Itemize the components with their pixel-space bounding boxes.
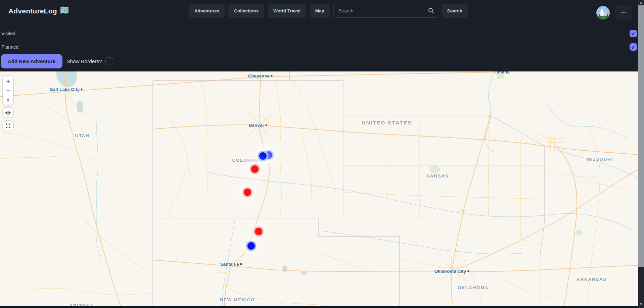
visited-label: Visited — [1, 31, 15, 36]
map-marker-blue[interactable] — [259, 152, 267, 160]
top-navbar: AdventureLog Adventures Collections Worl… — [0, 0, 644, 21]
map-marker-red[interactable] — [251, 165, 259, 173]
filter-row-planned: Planned ✓ — [0, 40, 644, 54]
page-scrollbar[interactable] — [638, 0, 644, 308]
main-nav: Adventures Collections World Travel Map … — [189, 4, 468, 18]
app-logo[interactable]: AdventureLog — [8, 6, 69, 16]
adventurelog-page: AdventureLog Adventures Collections Worl… — [0, 0, 644, 308]
app-title: AdventureLog — [8, 7, 57, 15]
zoom-in-button[interactable]: + — [3, 76, 13, 86]
zoom-out-button[interactable]: − — [3, 86, 13, 96]
planned-label: Planned — [1, 44, 18, 50]
map-filter-panel: Visited ✓ Planned ✓ Add New Adventure Sh… — [0, 21, 644, 71]
search-icon — [428, 8, 434, 14]
world-map-emoji-icon — [60, 6, 69, 16]
search-button[interactable]: Search — [442, 4, 468, 18]
filter-row-visited: Visited ✓ — [0, 27, 644, 40]
map-marker-red[interactable] — [244, 189, 251, 196]
scroll-down-arrow-icon[interactable] — [640, 303, 642, 305]
map-marker-blue[interactable] — [247, 242, 255, 250]
checkmark-icon: ✓ — [631, 45, 636, 50]
header-right-group: ••• — [596, 5, 632, 20]
visited-checkbox[interactable]: ✓ — [630, 30, 637, 37]
nav-adventures[interactable]: Adventures — [189, 4, 225, 18]
map-canvas[interactable]: OmahaCheyenneSalt Lake CityDenverUTAHUNI… — [0, 71, 638, 306]
scroll-up-arrow-icon[interactable] — [640, 2, 642, 4]
avatar[interactable] — [596, 6, 610, 19]
map-zoom-controls: + − — [3, 76, 13, 105]
show-borders-checkbox[interactable] — [105, 57, 113, 65]
show-borders-label: Show Borders? — [66, 58, 102, 64]
add-new-adventure-button[interactable]: Add New Adventure — [1, 54, 62, 68]
map-fullscreen-control — [3, 121, 13, 131]
compass-icon[interactable] — [3, 96, 13, 105]
filter-actions-row: Add New Adventure Show Borders? — [1, 54, 644, 68]
planned-checkbox[interactable]: ✓ — [630, 43, 637, 51]
search-input[interactable] — [333, 4, 438, 18]
map-basemap-art — [0, 71, 638, 306]
nav-collections[interactable]: Collections — [228, 4, 264, 18]
map-marker-red[interactable] — [255, 228, 262, 235]
checkmark-icon: ✓ — [631, 31, 636, 36]
nav-world-travel[interactable]: World Travel — [268, 4, 306, 18]
fullscreen-icon[interactable] — [3, 121, 13, 131]
geolocate-icon[interactable] — [3, 108, 13, 117]
search-box — [333, 4, 438, 18]
scrollbar-thumb[interactable] — [638, 5, 644, 267]
nav-map[interactable]: Map — [310, 4, 330, 18]
map-geolocate-control — [3, 108, 13, 117]
bottom-edge-bar — [0, 306, 644, 308]
more-menu-button[interactable]: ••• — [615, 5, 632, 20]
